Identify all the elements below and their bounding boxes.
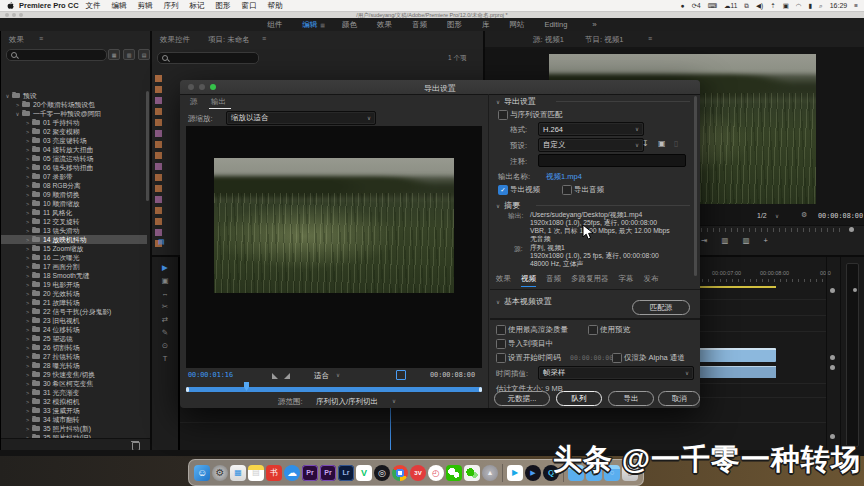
export-video-checkbox[interactable]: ✓ <box>498 185 508 195</box>
project-search-input[interactable] <box>157 52 259 64</box>
dock-premiere-2[interactable]: Pr <box>320 465 336 481</box>
tree-chevron-icon[interactable]: > <box>24 273 31 279</box>
match-source-button[interactable]: 匹配源 <box>632 300 690 315</box>
basic-video-settings-header[interactable]: ∨ 基本视频设置 <box>496 296 552 307</box>
effects-search-input[interactable] <box>6 49 107 61</box>
tree-chevron-icon[interactable]: > <box>24 426 31 432</box>
set-out-point-icon[interactable] <box>284 373 290 379</box>
dock-timer-clock[interactable]: ◴ <box>428 465 444 481</box>
track-scroll-knob[interactable] <box>830 288 835 293</box>
export-option-tab[interactable]: 视频 <box>521 274 536 287</box>
workspace-tab[interactable]: 效果 <box>377 20 395 30</box>
tree-chevron-icon[interactable]: > <box>24 138 31 144</box>
dock-finder[interactable]: ☺ <box>194 465 210 481</box>
render-alpha-checkbox[interactable] <box>612 353 622 363</box>
dock-launchpad[interactable]: ▲ <box>482 465 498 481</box>
source-scaling-select[interactable]: 缩放以适合 ∨ <box>226 111 376 125</box>
active-app-name[interactable]: Premiere Pro CC <box>19 1 79 10</box>
menu-item[interactable]: 窗口 <box>242 1 257 11</box>
preview-range-scrubber[interactable] <box>186 387 482 392</box>
workspace-tab[interactable]: Editing <box>544 20 570 29</box>
spotlight-icon[interactable]: ⌕ <box>819 2 823 10</box>
control-center-icon[interactable]: ≡ <box>854 2 858 9</box>
tree-chevron-icon[interactable]: > <box>24 228 31 234</box>
dock-obs[interactable]: ◎ <box>374 465 390 481</box>
slip-tool[interactable]: ⇄ <box>162 316 168 324</box>
track-scroll-knob[interactable] <box>830 365 835 370</box>
workspace-tab[interactable]: 编辑 ▦ <box>302 20 325 30</box>
export-option-tab[interactable]: 多路复用器 <box>571 274 609 287</box>
tree-chevron-icon[interactable]: > <box>24 210 31 216</box>
track-scroll-knob[interactable] <box>830 434 835 439</box>
workspace-tab[interactable]: 网站 <box>509 20 527 30</box>
track-select-tool[interactable]: ▣ <box>161 277 168 285</box>
tree-chevron-icon[interactable]: > <box>24 345 31 351</box>
tree-chevron-icon[interactable]: > <box>24 219 31 225</box>
yuv-effects-icon[interactable]: ▤ <box>138 49 150 60</box>
add-button-icon[interactable]: + <box>763 236 767 245</box>
project-tab[interactable]: 项目: 未命名 <box>208 35 250 45</box>
effects-panel-tab[interactable]: 效果 <box>9 35 24 45</box>
dock-tencent-video[interactable]: ▶ <box>507 465 523 481</box>
mini-timeline-knob[interactable] <box>849 227 854 232</box>
dock-system-settings[interactable]: ⚙ <box>212 465 228 481</box>
dialog-scrollbar[interactable] <box>694 96 697 276</box>
dock-player-dark[interactable]: ▶ <box>525 465 541 481</box>
battery-icon[interactable]: ▮ <box>808 2 812 10</box>
cancel-button[interactable]: 取消 <box>658 391 700 406</box>
tree-chevron-icon[interactable]: > <box>24 372 31 378</box>
selection-tool[interactable]: ▶ <box>162 264 168 272</box>
chevron-down-icon[interactable]: ∨ <box>775 213 779 219</box>
tree-chevron-icon[interactable]: > <box>24 399 31 405</box>
effect-controls-tab[interactable]: 效果控件 <box>160 35 190 45</box>
dock-keynote[interactable]: ▦ <box>230 465 246 481</box>
list-view-icon[interactable]: ▤ <box>158 238 165 246</box>
menu-item[interactable]: 剪辑 <box>138 1 153 11</box>
dock-separator-1[interactable] <box>502 464 503 482</box>
effects-tree-row[interactable]: > 10 顺滑缩放 <box>1 199 147 208</box>
comment-input[interactable] <box>538 154 686 167</box>
extract-icon[interactable]: ▥ <box>742 236 749 245</box>
tree-chevron-icon[interactable]: > <box>24 156 31 162</box>
tree-chevron-icon[interactable]: > <box>24 264 31 270</box>
workspace-tab[interactable]: 颜色 <box>342 20 360 30</box>
dock-notes[interactable]: ▤ <box>248 465 264 481</box>
export-option-tab[interactable]: 音频 <box>546 274 561 287</box>
preset-select[interactable]: 自定义 ∨ <box>538 138 644 152</box>
mirroring-icon[interactable]: ▣ <box>783 2 789 10</box>
tree-chevron-icon[interactable]: > <box>24 417 31 423</box>
export-option-tab[interactable]: 字幕 <box>619 274 634 287</box>
tree-chevron-icon[interactable]: > <box>24 327 31 333</box>
tree-chevron-icon[interactable]: > <box>24 300 31 306</box>
razor-tool[interactable]: ✂ <box>162 303 168 311</box>
format-select[interactable]: H.264 ∨ <box>538 122 644 136</box>
tree-chevron-icon[interactable]: > <box>24 336 31 342</box>
upload-icon[interactable]: ⇡ <box>770 2 775 10</box>
dock-baidu-netdisk[interactable]: ☁ <box>284 465 300 481</box>
tree-chevron-icon[interactable]: > <box>24 318 31 324</box>
summary-section-header[interactable]: ∨ 摘要 <box>496 200 520 211</box>
output-name-link[interactable]: 视频1.mp4 <box>546 172 582 182</box>
set-in-point-icon[interactable] <box>272 373 278 379</box>
lift-icon[interactable]: ▥ <box>721 236 728 245</box>
effects-scrollbar[interactable] <box>146 91 149 201</box>
workspace-menu-icon[interactable]: ▦ <box>320 22 325 28</box>
menu-item[interactable]: 编辑 <box>112 1 127 11</box>
source-monitor-tab[interactable]: 源: 视频1 <box>533 35 564 45</box>
panel-menu-icon[interactable]: ≡ <box>39 35 43 42</box>
volume-icon[interactable]: ◀) <box>756 2 763 10</box>
preview-zoom-select[interactable]: 适合 <box>314 371 329 381</box>
dock-premiere-1[interactable]: Pr <box>302 465 318 481</box>
cloud-count-icon[interactable]: ☁11 <box>724 2 737 10</box>
menu-item[interactable]: 帮助 <box>268 1 283 11</box>
track-scroll-knob[interactable] <box>830 355 835 360</box>
workspace-tab[interactable]: 组件 <box>267 20 285 30</box>
effects-tree-row[interactable]: > 24 位移转场 <box>1 325 147 334</box>
export-option-tab[interactable]: 效果 <box>496 274 511 287</box>
dock-xiaohongshu[interactable]: 书 <box>266 465 282 481</box>
dock-lightroom[interactable]: Lr <box>338 465 354 481</box>
queue-button[interactable]: 队列 <box>556 391 602 406</box>
preview-current-timecode[interactable]: 00:00:01:16 <box>188 371 233 379</box>
work-area-bar[interactable] <box>700 286 776 288</box>
program-monitor-tab[interactable]: 节目: 视频1 <box>585 35 623 45</box>
